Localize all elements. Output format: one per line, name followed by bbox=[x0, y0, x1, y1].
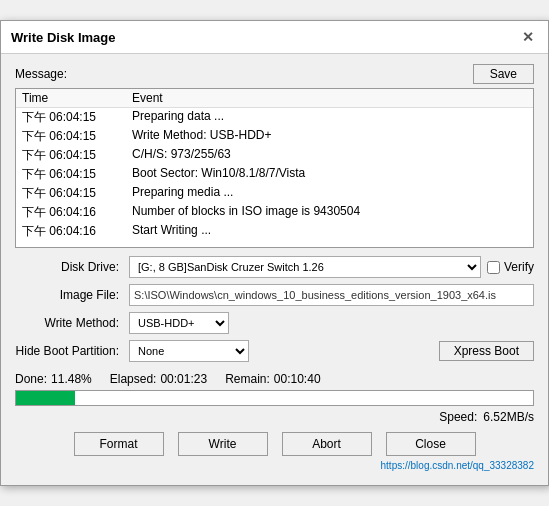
elapsed-group: Elapsed: 00:01:23 bbox=[110, 372, 207, 386]
progress-bar-container bbox=[15, 390, 534, 406]
abort-button[interactable]: Abort bbox=[282, 432, 372, 456]
window-content: Message: Save Time Event 下午 06:04:15Prep… bbox=[1, 54, 548, 485]
progress-bar-fill bbox=[16, 391, 75, 405]
message-header: Message: Save bbox=[15, 64, 534, 84]
remain-label: Remain: bbox=[225, 372, 270, 386]
log-event: Preparing media ... bbox=[126, 184, 533, 203]
format-button[interactable]: Format bbox=[74, 432, 164, 456]
log-table: Time Event 下午 06:04:15Preparing data ...… bbox=[16, 89, 533, 241]
col-event: Event bbox=[126, 89, 533, 108]
log-row: 下午 06:04:15Write Method: USB-HDD+ bbox=[16, 127, 533, 146]
close-icon[interactable]: ✕ bbox=[518, 27, 538, 47]
log-time: 下午 06:04:16 bbox=[16, 203, 126, 222]
progress-section: Done: 11.48% Elapsed: 00:01:23 Remain: 0… bbox=[15, 372, 534, 424]
log-event: Boot Sector: Win10/8.1/8/7/Vista bbox=[126, 165, 533, 184]
log-event: C/H/S: 973/255/63 bbox=[126, 146, 533, 165]
verify-row: Verify bbox=[487, 260, 534, 274]
log-row: 下午 06:04:16Number of blocks in ISO image… bbox=[16, 203, 533, 222]
log-row: 下午 06:04:15Preparing data ... bbox=[16, 108, 533, 128]
write-method-select[interactable]: USB-HDD+ bbox=[129, 312, 229, 334]
hide-boot-label: Hide Boot Partition: bbox=[15, 344, 125, 358]
watermark: https://blog.csdn.net/qq_33328382 bbox=[15, 460, 534, 471]
write-method-label: Write Method: bbox=[15, 316, 125, 330]
verify-checkbox[interactable] bbox=[487, 261, 500, 274]
disk-drive-row: [G:, 8 GB]SanDisk Cruzer Switch 1.26 Ver… bbox=[129, 256, 534, 278]
save-button[interactable]: Save bbox=[473, 64, 534, 84]
log-event: Preparing data ... bbox=[126, 108, 533, 128]
write-button[interactable]: Write bbox=[178, 432, 268, 456]
hide-boot-select[interactable]: None bbox=[129, 340, 249, 362]
main-window: Write Disk Image ✕ Message: Save Time Ev… bbox=[0, 20, 549, 486]
disk-drive-label: Disk Drive: bbox=[15, 260, 125, 274]
title-bar: Write Disk Image ✕ bbox=[1, 21, 548, 54]
remain-group: Remain: 00:10:40 bbox=[225, 372, 320, 386]
remain-value: 00:10:40 bbox=[274, 372, 321, 386]
col-time: Time bbox=[16, 89, 126, 108]
log-row: 下午 06:04:16Start Writing ... bbox=[16, 222, 533, 241]
log-box: Time Event 下午 06:04:15Preparing data ...… bbox=[15, 88, 534, 248]
verify-label: Verify bbox=[504, 260, 534, 274]
log-time: 下午 06:04:15 bbox=[16, 146, 126, 165]
log-time: 下午 06:04:15 bbox=[16, 127, 126, 146]
disk-drive-select[interactable]: [G:, 8 GB]SanDisk Cruzer Switch 1.26 bbox=[129, 256, 481, 278]
speed-row: Speed: 6.52MB/s bbox=[15, 410, 534, 424]
action-buttons: Format Write Abort Close bbox=[15, 432, 534, 456]
image-file-label: Image File: bbox=[15, 288, 125, 302]
close-button[interactable]: Close bbox=[386, 432, 476, 456]
speed-label: Speed: bbox=[439, 410, 477, 424]
window-title: Write Disk Image bbox=[11, 30, 116, 45]
image-file-input[interactable] bbox=[129, 284, 534, 306]
message-section: Message: Save Time Event 下午 06:04:15Prep… bbox=[15, 64, 534, 248]
speed-value: 6.52MB/s bbox=[483, 410, 534, 424]
image-file-row bbox=[129, 284, 534, 306]
log-time: 下午 06:04:15 bbox=[16, 184, 126, 203]
form-fields: Disk Drive: [G:, 8 GB]SanDisk Cruzer Swi… bbox=[15, 256, 534, 362]
log-event: Write Method: USB-HDD+ bbox=[126, 127, 533, 146]
done-label: Done: bbox=[15, 372, 47, 386]
log-time: 下午 06:04:15 bbox=[16, 165, 126, 184]
elapsed-label: Elapsed: bbox=[110, 372, 157, 386]
log-row: 下午 06:04:15Preparing media ... bbox=[16, 184, 533, 203]
elapsed-value: 00:01:23 bbox=[160, 372, 207, 386]
hide-boot-row: None Xpress Boot bbox=[129, 340, 534, 362]
done-value: 11.48% bbox=[51, 372, 92, 386]
write-method-row: USB-HDD+ bbox=[129, 312, 534, 334]
log-time: 下午 06:04:15 bbox=[16, 108, 126, 128]
log-event: Number of blocks in ISO image is 9430504 bbox=[126, 203, 533, 222]
log-row: 下午 06:04:15Boot Sector: Win10/8.1/8/7/Vi… bbox=[16, 165, 533, 184]
message-label: Message: bbox=[15, 67, 67, 81]
log-row: 下午 06:04:15C/H/S: 973/255/63 bbox=[16, 146, 533, 165]
xpress-boot-button[interactable]: Xpress Boot bbox=[439, 341, 534, 361]
progress-stats: Done: 11.48% Elapsed: 00:01:23 Remain: 0… bbox=[15, 372, 534, 386]
log-event: Start Writing ... bbox=[126, 222, 533, 241]
done-group: Done: 11.48% bbox=[15, 372, 92, 386]
log-time: 下午 06:04:16 bbox=[16, 222, 126, 241]
